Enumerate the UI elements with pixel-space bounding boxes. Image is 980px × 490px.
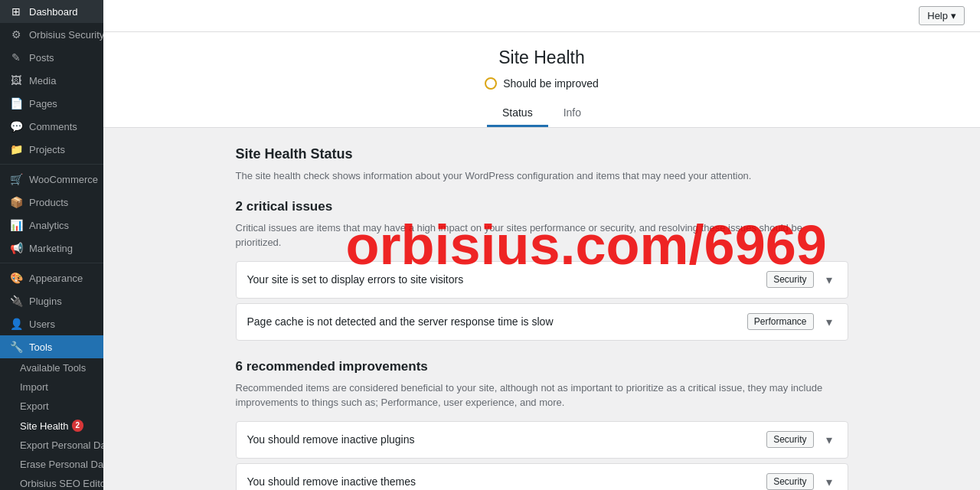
comments-icon: 💬 (9, 120, 23, 132)
issue-row: You should remove inactive themes Securi… (237, 464, 848, 491)
sidebar: ⊞ Dashboard ⚙ Orbisius Security ✎ Posts … (0, 0, 103, 490)
section-desc: The site health check shows information … (236, 168, 848, 184)
plugins-icon: 🔌 (9, 295, 23, 307)
sidebar-item-pages[interactable]: 📄 Pages (0, 92, 103, 115)
critical-desc: Critical issues are items that may have … (236, 220, 848, 250)
sidebar-item-label: Posts (29, 52, 54, 64)
sidebar-item-label: Users (29, 318, 55, 330)
content-area: Site Health Should be improved Status In… (103, 32, 980, 490)
tab-info-label: Info (564, 106, 581, 119)
expand-button[interactable]: ▾ (822, 271, 837, 289)
expand-button[interactable]: ▾ (822, 473, 837, 491)
issue-row: Page cache is not detected and the serve… (237, 304, 848, 340)
security-tag-button[interactable]: Security (766, 431, 813, 448)
sidebar-sub-items: Available Tools Import Export Site Healt… (0, 358, 103, 490)
issue-label: You should remove inactive plugins (247, 433, 760, 446)
sidebar-main-items: ⊞ Dashboard ⚙ Orbisius Security ✎ Posts … (0, 0, 103, 490)
users-icon: 👤 (9, 318, 23, 330)
sidebar-section-woocommerce: 🛒 WooCommerce 📦 Products 📊 Analytics 📢 M… (0, 164, 103, 260)
recommended-count: 6 recommended improvements (236, 359, 848, 374)
status-text: Should be improved (503, 77, 599, 90)
section-title: Site Health Status (236, 146, 848, 162)
sub-item-label: Export (20, 400, 49, 412)
performance-tag-button[interactable]: Performance (747, 313, 814, 330)
status-indicator: Should be improved (119, 77, 965, 90)
security-tag-button[interactable]: Security (766, 271, 813, 288)
sidebar-item-label: Analytics (29, 220, 69, 231)
sidebar-sub-export[interactable]: Export (0, 397, 103, 416)
sub-item-label: Available Tools (20, 362, 86, 374)
recommended-desc: Recommended items are considered benefic… (236, 381, 848, 410)
critical-issue-1: Your site is set to display errors to si… (236, 261, 848, 299)
issue-label: Page cache is not detected and the serve… (247, 315, 740, 328)
issue-label: You should remove inactive themes (247, 475, 760, 488)
sidebar-item-plugins[interactable]: 🔌 Plugins (0, 289, 103, 312)
sidebar-item-label: Appearance (29, 273, 83, 284)
sidebar-sub-site-health[interactable]: Site Health 2 (0, 416, 103, 436)
pages-icon: 📄 (9, 97, 23, 109)
sub-item-label: Site Health (20, 420, 69, 432)
sub-item-label: Import (20, 381, 48, 393)
sidebar-item-label: Media (29, 75, 56, 87)
issue-label: Your site is set to display errors to si… (247, 273, 760, 286)
security-tag-button[interactable]: Security (766, 473, 813, 490)
page-title: Site Health (119, 47, 965, 68)
sidebar-item-analytics[interactable]: 📊 Analytics (0, 214, 103, 237)
posts-icon: ✎ (9, 51, 23, 64)
tools-icon: 🔧 (9, 341, 23, 353)
sidebar-sub-available-tools[interactable]: Available Tools (0, 358, 103, 377)
sidebar-section-appearance: 🎨 Appearance 🔌 Plugins 👤 Users 🔧 Tools (0, 263, 103, 358)
tab-status[interactable]: Status (487, 100, 548, 127)
sidebar-item-dashboard[interactable]: ⊞ Dashboard (0, 0, 103, 23)
sidebar-sub-import[interactable]: Import (0, 377, 103, 397)
chevron-down-icon: ▾ (951, 10, 956, 21)
body-content: Site Health Status The site health check… (236, 128, 848, 490)
recommended-issues-group: 6 recommended improvements Recommended i… (236, 359, 848, 491)
help-label: Help (927, 10, 948, 21)
sidebar-sub-orbisius-seo[interactable]: Orbisius SEO Editor (0, 474, 103, 490)
sidebar-item-posts[interactable]: ✎ Posts (0, 46, 103, 69)
analytics-icon: 📊 (9, 219, 23, 231)
topbar: Help ▾ (103, 0, 980, 32)
sidebar-item-label: Orbisius Security (29, 29, 103, 41)
main-content: Help ▾ Site Health Should be improved St… (103, 0, 980, 490)
status-circle-icon (485, 77, 497, 90)
issue-row: Your site is set to display errors to si… (237, 262, 848, 298)
products-icon: 📦 (9, 196, 23, 208)
sidebar-item-comments[interactable]: 💬 Comments (0, 115, 103, 138)
woocommerce-icon: 🛒 (9, 173, 23, 185)
dashboard-icon: ⊞ (9, 5, 23, 18)
sidebar-item-label: WooCommerce (29, 174, 98, 185)
sidebar-item-label: Pages (29, 98, 57, 109)
sidebar-item-orbisius-security[interactable]: ⚙ Orbisius Security (0, 23, 103, 46)
sidebar-sub-erase-personal[interactable]: Erase Personal Data (0, 455, 103, 474)
sidebar-item-tools[interactable]: 🔧 Tools (0, 335, 103, 358)
sidebar-item-users[interactable]: 👤 Users (0, 312, 103, 335)
recommended-issue-2: You should remove inactive themes Securi… (236, 463, 848, 491)
sidebar-item-label: Products (29, 197, 68, 208)
media-icon: 🖼 (9, 74, 23, 87)
sidebar-item-marketing[interactable]: 📢 Marketing (0, 237, 103, 260)
sub-item-label: Erase Personal Data (20, 459, 103, 470)
sidebar-sub-export-personal[interactable]: Export Personal Data (0, 436, 103, 455)
sub-item-label: Export Personal Data (20, 439, 103, 451)
projects-icon: 📁 (9, 143, 23, 155)
site-health-badge: 2 (72, 420, 84, 432)
expand-button[interactable]: ▾ (822, 431, 837, 449)
appearance-icon: 🎨 (9, 272, 23, 284)
issue-row: You should remove inactive plugins Secur… (237, 422, 848, 458)
sidebar-item-label: Plugins (29, 296, 62, 307)
marketing-icon: 📢 (9, 242, 23, 254)
tab-info[interactable]: Info (548, 100, 596, 127)
sidebar-item-appearance[interactable]: 🎨 Appearance (0, 266, 103, 289)
recommended-issue-1: You should remove inactive plugins Secur… (236, 421, 848, 459)
sidebar-item-products[interactable]: 📦 Products (0, 191, 103, 214)
gear-icon: ⚙ (9, 28, 23, 41)
sidebar-item-woocommerce[interactable]: 🛒 WooCommerce (0, 168, 103, 191)
sidebar-item-projects[interactable]: 📁 Projects (0, 138, 103, 161)
expand-button[interactable]: ▾ (822, 313, 837, 331)
title-section: Site Health Should be improved Status In… (103, 32, 980, 128)
sidebar-item-media[interactable]: 🖼 Media (0, 69, 103, 92)
sidebar-item-label: Dashboard (29, 6, 78, 18)
help-button[interactable]: Help ▾ (919, 6, 965, 25)
